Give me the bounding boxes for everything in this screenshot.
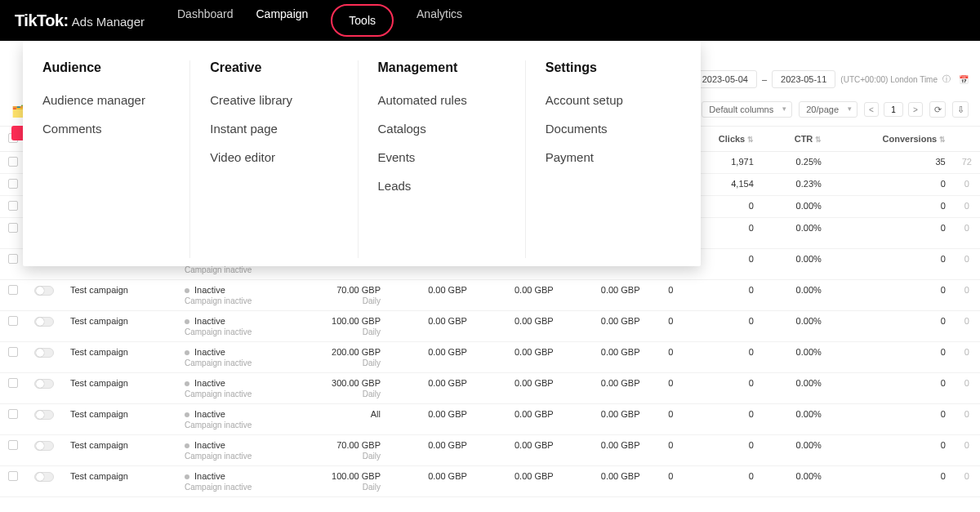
campaign-name[interactable]: Test campaign	[62, 435, 176, 466]
clicks-cell: 0	[681, 280, 761, 311]
nav-tools[interactable]: Tools	[331, 4, 394, 37]
status-toggle[interactable]	[34, 472, 54, 482]
status-toggle[interactable]	[34, 348, 54, 358]
metric-cell: 0.00 GBP	[475, 466, 562, 497]
page-number-input[interactable]	[884, 102, 903, 117]
mega-link[interactable]: Account setup	[546, 93, 676, 107]
clicks-cell: 0	[681, 311, 761, 342]
row-checkbox[interactable]	[8, 440, 18, 450]
timezone-label: (UTC+00:00) London Time	[840, 75, 938, 84]
calendar-icon[interactable]	[956, 74, 969, 84]
campaign-name[interactable]: Test campaign	[62, 311, 176, 342]
date-to[interactable]: 2023-05-11	[772, 70, 835, 88]
metric-cell: 0.00 GBP	[389, 435, 475, 466]
mega-link[interactable]: Leads	[378, 179, 509, 193]
budget-cell: 100.00 GBPDaily	[299, 466, 389, 497]
timezone-icon[interactable]: ⓘ	[942, 73, 951, 85]
table-row[interactable]: Test campaignInactiveCampaign inactive10…	[0, 466, 980, 497]
table-row[interactable]: Test campaignInactiveCampaign inactiveAl…	[0, 404, 980, 435]
budget-cell: 300.00 GBPDaily	[299, 373, 389, 404]
mega-link[interactable]: Video editor	[210, 150, 341, 164]
cut-cell: 0	[954, 174, 980, 196]
metric-cell: 0.00 GBP	[562, 342, 648, 373]
cut-cell: 0	[954, 342, 980, 373]
mega-link[interactable]: Creative library	[210, 93, 341, 107]
table-row[interactable]: Test campaignInactiveCampaign inactive20…	[0, 342, 980, 373]
row-checkbox[interactable]	[8, 378, 18, 388]
mega-link[interactable]: Documents	[546, 122, 676, 136]
row-checkbox[interactable]	[8, 316, 18, 326]
metric-cell: 0.00 GBP	[475, 404, 562, 435]
table-row[interactable]: Test campaignInactiveCampaign inactive30…	[0, 373, 980, 404]
conversions-cell: 0	[830, 196, 954, 218]
row-checkbox[interactable]	[8, 409, 18, 419]
conversions-cell: 0	[830, 218, 954, 249]
next-page-button[interactable]: >	[908, 102, 923, 117]
ctr-cell: 0.25%	[762, 152, 830, 174]
cut-cell: 0	[954, 466, 980, 497]
row-checkbox[interactable]	[8, 201, 18, 211]
campaign-name[interactable]: Test campaign	[62, 404, 176, 435]
mega-link[interactable]: Automated rules	[378, 93, 509, 107]
mega-link[interactable]: Events	[378, 150, 509, 164]
perpage-select[interactable]: 20/page	[799, 101, 858, 118]
metric-cell: 0.00 GBP	[475, 342, 562, 373]
table-row[interactable]: Test campaignInactiveCampaign inactive70…	[0, 435, 980, 466]
row-checkbox[interactable]	[8, 157, 18, 167]
budget-cell: 70.00 GBPDaily	[299, 280, 389, 311]
pager: < >	[864, 102, 923, 117]
mega-link[interactable]: Instant page	[210, 122, 341, 136]
nav-campaign[interactable]: Campaign	[256, 4, 309, 37]
mega-link[interactable]: Audience manager	[42, 93, 173, 107]
prev-page-button[interactable]: <	[864, 102, 879, 117]
columns-select[interactable]: Default columns	[702, 101, 792, 118]
nav-dashboard[interactable]: Dashboard	[177, 4, 234, 37]
row-checkbox[interactable]	[8, 254, 18, 264]
col-conversions[interactable]: Conversions	[830, 127, 954, 152]
col-ctr[interactable]: CTR	[762, 127, 830, 152]
row-checkbox[interactable]	[8, 223, 18, 233]
row-checkbox[interactable]	[8, 471, 18, 481]
mega-link[interactable]: Catalogs	[378, 122, 509, 136]
row-checkbox[interactable]	[8, 347, 18, 357]
conversions-cell: 0	[830, 249, 954, 280]
ctr-cell: 0.00%	[762, 218, 830, 249]
conversions-cell: 0	[830, 373, 954, 404]
metric-cell: 0.00 GBP	[475, 373, 562, 404]
table-row[interactable]: Test campaignInactiveCampaign inactive10…	[0, 311, 980, 342]
campaign-name[interactable]: Test campaign	[62, 342, 176, 373]
table-row[interactable]: Test campaignInactiveCampaign inactive70…	[0, 280, 980, 311]
status-toggle[interactable]	[34, 410, 54, 420]
ctr-cell: 0.00%	[762, 249, 830, 280]
mega-heading: Management	[378, 60, 509, 75]
nav-analytics[interactable]: Analytics	[416, 4, 462, 37]
status-cell: InactiveCampaign inactive	[176, 404, 299, 435]
cut-cell: 0	[954, 249, 980, 280]
status-toggle[interactable]	[34, 379, 54, 389]
cut-cell: 0	[954, 404, 980, 435]
mega-link[interactable]: Comments	[42, 122, 173, 136]
ctr-cell: 0.23%	[762, 174, 830, 196]
budget-cell: 100.00 GBPDaily	[299, 311, 389, 342]
row-checkbox[interactable]	[8, 179, 18, 189]
date-from[interactable]: 2023-05-04	[693, 70, 757, 88]
export-icon[interactable]: ⇩	[952, 101, 969, 118]
status-toggle[interactable]	[34, 286, 54, 296]
cut-cell: 0	[954, 435, 980, 466]
metric-cell: 0	[648, 435, 682, 466]
campaign-name[interactable]: Test campaign	[62, 466, 176, 497]
mega-link[interactable]: Payment	[546, 150, 676, 164]
metric-cell: 0.00 GBP	[389, 404, 475, 435]
campaign-name[interactable]: Test campaign	[62, 373, 176, 404]
conversions-cell: 35	[830, 152, 954, 174]
brand-subtitle: Ads Manager	[72, 15, 145, 29]
budget-cell: All	[299, 404, 389, 435]
cut-cell: 0	[954, 280, 980, 311]
metric-cell: 0.00 GBP	[475, 311, 562, 342]
metric-cell: 0	[648, 373, 682, 404]
refresh-icon[interactable]: ⟳	[929, 101, 946, 118]
row-checkbox[interactable]	[8, 285, 18, 295]
status-toggle[interactable]	[34, 441, 54, 451]
campaign-name[interactable]: Test campaign	[62, 280, 176, 311]
status-toggle[interactable]	[34, 317, 54, 327]
